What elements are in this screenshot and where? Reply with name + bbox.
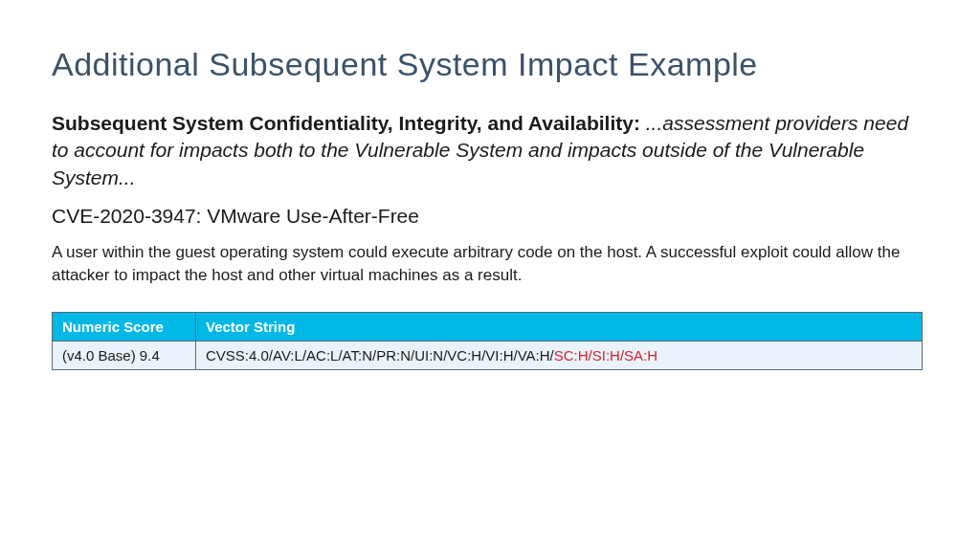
- lead-paragraph: Subsequent System Confidentiality, Integ…: [52, 110, 928, 191]
- lead-bold-text: Subsequent System Confidentiality, Integ…: [52, 112, 640, 134]
- col-header-vector: Vector String: [196, 312, 923, 341]
- cve-heading: CVE-2020-3947: VMware Use-After-Free: [52, 205, 928, 228]
- cell-vector: CVSS:4.0/AV:L/AC:L/AT:N/PR:N/UI:N/VC:H/V…: [196, 341, 923, 369]
- page-title: Additional Subsequent System Impact Exam…: [52, 46, 928, 83]
- vector-main: CVSS:4.0/AV:L/AC:L/AT:N/PR:N/UI:N/VC:H/V…: [206, 347, 554, 364]
- table-row: (v4.0 Base) 9.4 CVSS:4.0/AV:L/AC:L/AT:N/…: [53, 341, 923, 369]
- table-header-row: Numeric Score Vector String: [53, 312, 923, 341]
- cell-score: (v4.0 Base) 9.4: [53, 341, 196, 369]
- vector-highlight: SC:H/SI:H/SA:H: [554, 347, 657, 364]
- cve-description: A user within the guest operating system…: [52, 241, 928, 287]
- slide-container: Additional Subsequent System Impact Exam…: [0, 0, 980, 408]
- cvss-table: Numeric Score Vector String (v4.0 Base) …: [52, 312, 923, 370]
- col-header-score: Numeric Score: [53, 312, 196, 341]
